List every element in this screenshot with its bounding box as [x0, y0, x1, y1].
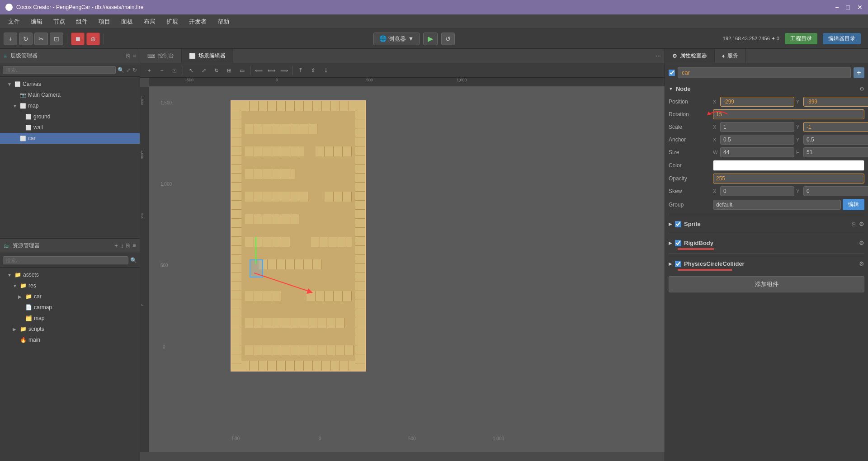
skew-y-input[interactable] — [803, 186, 868, 196]
align-middle-btn[interactable]: ⇕ — [308, 66, 319, 75]
assets-sort-icon[interactable]: ↕ — [121, 242, 124, 249]
menu-extend[interactable]: 扩展 — [162, 16, 183, 28]
node-section-header[interactable]: ▼ Node ⚙ — [669, 84, 864, 94]
scale-y-input[interactable] — [803, 122, 868, 132]
rigidbody-header[interactable]: ▶ RigidBody ⚙ — [669, 237, 864, 248]
project-dir-btn[interactable]: 工程目录 — [785, 33, 817, 44]
scale-x-input[interactable] — [720, 122, 794, 132]
size-w-input[interactable] — [720, 147, 794, 157]
node-enabled-checkbox[interactable] — [669, 70, 675, 76]
assets-tree-carmap[interactable]: 📄 carmap — [0, 302, 140, 313]
opacity-input[interactable] — [713, 174, 864, 183]
align-top-btn[interactable]: ⤒ — [295, 66, 306, 75]
rigidbody-gear-icon[interactable]: ⚙ — [859, 240, 864, 246]
hand-tool-btn[interactable]: ↖ — [186, 66, 197, 75]
add-top-btn[interactable]: + — [854, 67, 864, 78]
refresh-icon[interactable]: ↻ — [132, 67, 137, 73]
scale-tool-btn[interactable]: ⊞ — [224, 66, 235, 75]
menu-component[interactable]: 组件 — [71, 16, 92, 28]
assets-tree-scripts[interactable]: ▶ 📁 scripts — [0, 324, 140, 334]
menu-developer[interactable]: 开发者 — [184, 16, 211, 28]
play-btn[interactable]: ▶ — [423, 33, 438, 45]
refresh-btn[interactable]: ↻ — [19, 33, 33, 45]
position-y-input[interactable] — [803, 97, 868, 107]
assets-copy-icon[interactable]: ⎘ — [126, 242, 130, 249]
cut-btn[interactable]: ✂ — [34, 33, 48, 45]
sprite-header[interactable]: ▶ Sprite ⎘ ⚙ — [669, 218, 864, 229]
zoom-in-btn[interactable]: + — [144, 66, 155, 75]
menu-node[interactable]: 节点 — [49, 16, 70, 28]
minimize-btn[interactable]: − — [835, 4, 839, 11]
tree-item-car[interactable]: ⬜ car — [0, 133, 140, 144]
editor-tab-more[interactable]: ⋯ — [652, 53, 665, 59]
rotate-tool-btn[interactable]: ↻ — [211, 66, 222, 75]
skew-x-input[interactable] — [720, 186, 794, 196]
assets-tree-map[interactable]: 🗂️ map — [0, 313, 140, 324]
rotation-input[interactable] — [713, 109, 864, 119]
assets-tree-main[interactable]: 🔥 main — [0, 334, 140, 345]
expand-icon[interactable]: ⤢ — [126, 67, 131, 73]
physics-checkbox[interactable] — [675, 261, 681, 267]
assets-tree-car-folder[interactable]: ▶ 📁 car — [0, 291, 140, 302]
hierarchy-copy-icon[interactable]: ⎘ — [126, 52, 130, 59]
menu-help[interactable]: 帮助 — [213, 16, 234, 28]
tree-item-ground[interactable]: ⬜ ground — [0, 111, 140, 122]
sprite-gear-icon[interactable]: ⚙ — [859, 221, 864, 227]
record2-btn[interactable]: ⊕ — [86, 33, 100, 45]
sprite-copy-icon[interactable]: ⎘ — [852, 221, 855, 227]
align-center-btn[interactable]: ⟺ — [266, 66, 277, 75]
menu-panel[interactable]: 面板 — [117, 16, 137, 28]
align-right-btn[interactable]: ⟹ — [278, 66, 289, 75]
align-left-btn[interactable]: ⟸ — [253, 66, 264, 75]
node-name-input[interactable] — [678, 67, 851, 78]
menu-layout[interactable]: 布局 — [139, 16, 160, 28]
scene-viewport[interactable]: -500 0 500 1,000 1,500 1,000 500 0 使用鼠标右… — [140, 78, 665, 461]
add-component-btn[interactable]: 添加组件 — [669, 276, 864, 292]
tree-item-wall[interactable]: ⬜ wall — [0, 122, 140, 133]
search-icon[interactable]: 🔍 — [118, 67, 124, 73]
tab-scene[interactable]: ⬜ 场景编辑器 — [182, 49, 233, 63]
assets-add-icon[interactable]: + — [114, 242, 118, 249]
anchor-x-input[interactable] — [720, 135, 794, 145]
group-edit-btn[interactable]: 编辑 — [843, 199, 864, 210]
assets-search-icon[interactable]: 🔍 — [130, 257, 137, 263]
add-node-btn[interactable]: + — [4, 33, 17, 45]
record-btn[interactable]: ⏹ — [71, 33, 85, 45]
rigidbody-checkbox[interactable] — [675, 240, 681, 246]
menu-edit[interactable]: 编辑 — [26, 16, 47, 28]
group-select[interactable]: default — [713, 200, 841, 210]
car-object[interactable] — [250, 259, 263, 278]
screenshot-btn[interactable]: ⊡ — [50, 33, 63, 45]
tree-item-main-camera[interactable]: 📷 Main Camera — [0, 89, 140, 100]
maximize-btn[interactable]: □ — [846, 4, 850, 11]
menu-file[interactable]: 文件 — [4, 16, 24, 28]
zoom-out-btn[interactable]: − — [156, 66, 167, 75]
hierarchy-search-input[interactable] — [3, 66, 116, 74]
move-tool-btn[interactable]: ⤢ — [198, 66, 209, 75]
inspector-tab-properties[interactable]: ⚙ 属性检查器 — [665, 49, 715, 63]
menu-project[interactable]: 项目 — [94, 16, 115, 28]
tree-item-map[interactable]: ▼ ⬜ map — [0, 100, 140, 111]
inspector-tab-service[interactable]: ♦ 服务 — [715, 49, 746, 63]
size-h-input[interactable] — [803, 147, 868, 157]
physics-gear-icon[interactable]: ⚙ — [859, 260, 864, 267]
scene-canvas[interactable]: -500 0 500 1,000 1,500 1,000 500 0 — [149, 87, 665, 452]
editor-dir-btn[interactable]: 编辑器目录 — [823, 33, 861, 44]
browser-btn[interactable]: 🌐 浏览器 ▼ — [373, 33, 420, 45]
rect-tool-btn[interactable]: ▭ — [236, 66, 247, 75]
hierarchy-menu-icon[interactable]: ≡ — [132, 52, 136, 59]
align-bottom-btn[interactable]: ⤓ — [321, 66, 331, 75]
tree-item-canvas[interactable]: ▼ ⬜ Canvas — [0, 79, 140, 89]
car-y-axis[interactable] — [255, 237, 256, 264]
assets-search-input[interactable] — [3, 256, 128, 264]
sprite-checkbox[interactable] — [675, 221, 681, 227]
anchor-y-input[interactable] — [803, 135, 868, 145]
assets-tree-assets[interactable]: ▼ 📁 assets — [0, 269, 140, 280]
color-swatch[interactable] — [713, 160, 864, 171]
zoom-fit-btn[interactable]: ⊡ — [169, 66, 180, 75]
position-x-input[interactable] — [720, 97, 794, 107]
assets-menu-icon[interactable]: ≡ — [132, 242, 136, 249]
assets-tree-res[interactable]: ▼ 📁 res — [0, 280, 140, 291]
close-btn[interactable]: ✕ — [857, 4, 863, 11]
node-section-gear[interactable]: ⚙ — [859, 86, 864, 92]
